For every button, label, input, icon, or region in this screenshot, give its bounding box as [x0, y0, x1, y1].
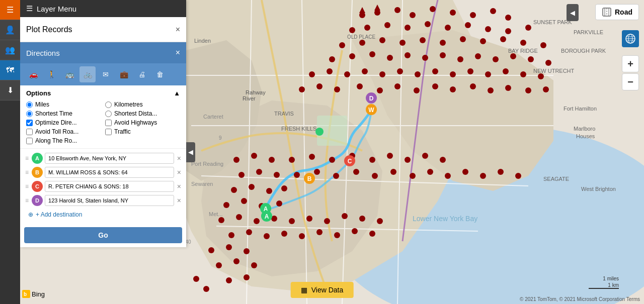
svg-text:BAY RIDGE: BAY RIDGE	[508, 48, 538, 54]
svg-text:SEAGATE: SEAGATE	[543, 176, 569, 182]
download-icon: ⬇	[7, 85, 14, 95]
left-sidebar: ☰ 👤 👥 🗺 ⬇	[0, 0, 20, 304]
svg-text:River: River	[243, 95, 256, 102]
transport-briefcase[interactable]: 💼	[116, 66, 132, 82]
zoom-out-button[interactable]: −	[622, 73, 639, 90]
transport-delete[interactable]: 🗑	[152, 66, 168, 82]
road-button-label: Road	[615, 8, 632, 16]
svg-text:Lower New York Bay: Lower New York Bay	[413, 215, 477, 223]
transport-walk[interactable]: 🚶	[43, 66, 59, 82]
collapse-arrow-icon: ◀	[188, 148, 193, 156]
option-avoid-toll-label: Avoid Toll Roa...	[35, 128, 78, 135]
options-grid: Miles Kilometres Shortest Time Shortest …	[26, 101, 180, 144]
svg-text:Rahway: Rahway	[246, 89, 266, 95]
globe-icon	[625, 33, 636, 44]
go-button[interactable]: Go	[24, 227, 182, 243]
option-optimize-label: Optimize Dire...	[35, 119, 77, 126]
option-avoid-highways: Avoid Highways	[105, 119, 180, 126]
dest-input-B[interactable]	[45, 167, 174, 178]
layer-menu-icon: ☰	[26, 4, 33, 13]
transport-bike[interactable]: 🚲	[79, 66, 96, 82]
road-button[interactable]: Road	[595, 4, 639, 20]
dest-badge-C: C	[32, 181, 43, 192]
dest-badge-B: B	[32, 167, 43, 178]
transport-print[interactable]: 🖨	[134, 66, 150, 82]
option-shortest-dist-radio[interactable]	[105, 111, 112, 117]
svg-rect-14	[317, 116, 347, 146]
svg-text:Port Reading: Port Reading	[191, 161, 223, 167]
menu-icon: ☰	[7, 5, 14, 15]
bing-icon: b	[22, 290, 30, 298]
plot-records-header: Plot Records ×	[20, 17, 186, 42]
svg-text:Houses: Houses	[576, 133, 595, 139]
table-icon: ▦	[301, 286, 307, 294]
bing-label: Bing	[32, 290, 45, 298]
transport-mail[interactable]: ✉	[98, 66, 114, 82]
svg-text:Fort Hamilton: Fort Hamilton	[564, 106, 597, 112]
sidebar-icon-download[interactable]: ⬇	[0, 80, 20, 100]
svg-text:b: b	[24, 291, 27, 297]
svg-text:PARKVILLE: PARKVILLE	[574, 29, 603, 35]
option-miles-label: Miles	[35, 101, 49, 108]
dest-badge-A: A	[32, 153, 43, 164]
destination-A: ≡ A ×	[24, 153, 182, 164]
option-optimize: Optimize Dire...	[26, 119, 101, 126]
road-prev-button[interactable]: ◀	[567, 4, 579, 21]
option-avoid-toll-checkbox[interactable]	[26, 129, 33, 135]
dest-input-A[interactable]	[45, 153, 174, 164]
dest-remove-D[interactable]: ×	[176, 196, 182, 205]
layer-menu-titlebar: ☰ Layer Menu	[20, 0, 186, 17]
drag-handle-D[interactable]: ≡	[24, 197, 30, 204]
dest-input-D[interactable]	[45, 195, 174, 206]
option-km-label: Kilometres	[114, 101, 143, 108]
copyright: © 2021 TomTom, © 2021 Microsoft Corporat…	[520, 296, 640, 302]
add-destination[interactable]: ⊕ + Add destination	[24, 209, 182, 220]
plot-records-close[interactable]: ×	[176, 26, 180, 34]
option-traffic-checkbox[interactable]	[105, 129, 112, 135]
svg-text:Linden: Linden	[194, 38, 211, 44]
option-shortest-time: Shortest Time	[26, 110, 101, 117]
directions-title: Directions	[26, 49, 60, 57]
dest-remove-A[interactable]: ×	[176, 154, 182, 162]
transport-row: 🚗 🚶 🚌 🚲 ✉ 💼 🖨 🗑	[20, 63, 186, 85]
zoom-in-button[interactable]: +	[622, 55, 639, 72]
svg-text:TRAVIS: TRAVIS	[274, 111, 294, 117]
option-shortest-time-radio[interactable]	[26, 111, 33, 117]
directions-close[interactable]: ×	[176, 49, 180, 57]
drag-handle-B[interactable]: ≡	[24, 169, 30, 176]
option-optimize-checkbox[interactable]	[26, 120, 33, 126]
view-data-button[interactable]: ▦ View Data	[291, 282, 354, 298]
transport-bus[interactable]: 🚌	[61, 66, 77, 82]
svg-text:Sewaren: Sewaren	[191, 181, 213, 187]
globe-button[interactable]	[622, 30, 639, 47]
dest-remove-C[interactable]: ×	[176, 182, 182, 190]
add-destination-icon: ⊕	[28, 211, 33, 218]
svg-text:NEW UTRECHT: NEW UTRECHT	[533, 68, 575, 74]
options-collapse-icon[interactable]: ▲	[174, 89, 180, 97]
option-km-radio[interactable]	[105, 102, 112, 108]
sidebar-icon-menu[interactable]: ☰	[0, 0, 20, 20]
destinations-list: ≡ A × ≡ B × ≡ C × ≡ D × ⊕ + Add destinat…	[20, 149, 186, 224]
option-shortest-time-label: Shortest Time	[35, 110, 72, 117]
drag-handle-C[interactable]: ≡	[24, 183, 30, 190]
chevron-left-icon: ◀	[570, 9, 575, 17]
layer-menu-title: Layer Menu	[37, 5, 76, 13]
svg-text:OLD PLACE: OLD PLACE	[347, 34, 375, 40]
option-miles-radio[interactable]	[26, 102, 33, 108]
option-along-road-checkbox[interactable]	[26, 138, 33, 144]
dest-input-C[interactable]	[45, 181, 174, 192]
sidebar-icon-group[interactable]: 👥	[0, 40, 20, 60]
transport-car[interactable]: 🚗	[25, 66, 41, 82]
scale-km: 1 km	[608, 282, 619, 288]
option-traffic: Traffic	[105, 128, 180, 135]
collapse-panel-button[interactable]: ◀	[186, 142, 195, 162]
svg-text:BOROUGH PARK: BOROUGH PARK	[561, 48, 606, 54]
svg-text:Carteret: Carteret	[203, 114, 223, 120]
option-along-road: Along The Ro...	[26, 137, 101, 144]
dest-remove-B[interactable]: ×	[176, 168, 182, 176]
drag-handle-A[interactable]: ≡	[24, 155, 30, 162]
sidebar-icon-person[interactable]: 👤	[0, 20, 20, 40]
bing-logo: b Bing	[22, 290, 45, 298]
sidebar-icon-layers[interactable]: 🗺	[0, 60, 20, 80]
option-avoid-highways-checkbox[interactable]	[105, 120, 112, 126]
